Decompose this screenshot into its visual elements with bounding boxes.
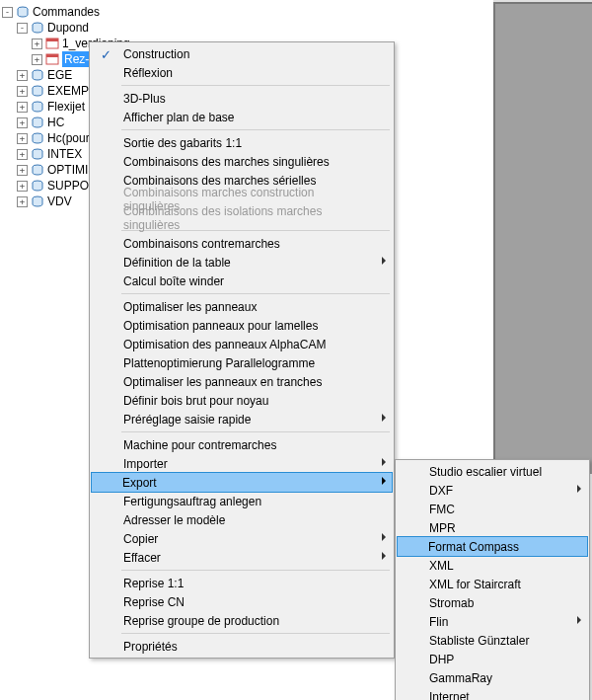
menu-item[interactable]: Combinaisons contremarches [92,234,392,253]
menu-item[interactable]: DHP [398,650,587,668]
expand-icon[interactable]: + [17,149,28,160]
menu-item-label: Importer [123,457,168,471]
menu-item[interactable]: MPR [398,518,587,537]
menu-item[interactable]: FMC [398,500,587,518]
menu-item-label: MPR [429,521,456,535]
chevron-right-icon [577,485,581,493]
database-icon [31,117,44,128]
menu-item[interactable]: Format Compass [397,536,588,557]
svg-rect-5 [46,54,58,57]
export-submenu[interactable]: Studio escalier virtuelDXFFMCMPRFormat C… [395,459,590,700]
menu-item[interactable]: GammaRay [398,668,587,687]
database-icon [16,6,30,18]
menu-item-label: Définir bois brut pour noyau [123,394,268,408]
chevron-right-icon [382,458,386,466]
expand-icon[interactable]: + [17,117,28,128]
collapse-icon[interactable]: - [2,7,13,18]
database-icon [31,148,44,160]
database-icon [31,69,44,81]
menu-item-label: Combinaisons contremarches [123,237,280,251]
menu-item-label: Calcul boîte winder [123,274,224,288]
menu-item[interactable]: Optimaliser les panneaux [92,297,392,316]
menu-item-label: DHP [429,653,454,666]
collapse-icon[interactable]: - [17,23,28,34]
expand-icon[interactable]: + [17,196,28,207]
menu-item-label: Optimaliser les panneaux [123,300,257,314]
menu-item[interactable]: Reprise 1:1 [92,574,392,592]
menu-item[interactable]: Définition de la table [92,253,392,272]
tree-root-label: Commandes [33,4,100,20]
menu-item[interactable]: Flin [398,612,587,631]
menu-item[interactable]: Reprise groupe de production [92,611,392,630]
menu-item-label: GammaRay [429,671,492,685]
menu-item-label: Format Compass [428,540,519,554]
menu-item-label: Effacer [123,551,161,565]
expand-icon[interactable]: + [17,133,28,144]
menu-item-label: Définition de la table [123,256,231,270]
menu-item[interactable]: Export [91,472,393,493]
menu-separator [121,129,390,130]
menu-item-label: Fertigungsauftrag anlegen [123,495,261,508]
chevron-right-icon [577,616,581,624]
menu-item[interactable]: Optimaliser les panneaux en tranches [92,372,392,391]
expand-icon[interactable]: + [32,39,42,49]
menu-item[interactable]: XML for Staircraft [398,575,587,593]
menu-item[interactable]: Définir bois brut pour noyau [92,391,392,410]
menu-item[interactable]: Fertigungsauftrag anlegen [92,492,392,510]
expand-icon[interactable]: + [17,86,28,97]
menu-item-label: Combinaisons des isolations marches sing… [123,204,374,232]
database-icon [31,195,44,207]
page-icon [45,53,59,65]
database-icon [31,164,44,176]
tree-folder-label: EGE [47,67,72,83]
menu-item[interactable]: XML [398,556,587,575]
menu-item[interactable]: Réflexion [92,63,392,82]
menu-item[interactable]: Optimisation panneaux pour lamelles [92,316,392,335]
menu-item-label: 3D-Plus [123,92,166,106]
expand-icon[interactable]: + [17,102,28,113]
menu-item-label: Sortie des gabarits 1:1 [123,136,242,150]
menu-item[interactable]: Combinaisons des marches singulières [92,152,392,171]
menu-item[interactable]: Studio escalier virtuel [398,462,587,481]
menu-item[interactable]: 3D-Plus [92,89,392,108]
menu-item-label: Reprise CN [123,595,185,609]
menu-item[interactable]: Adresser le modèle [92,510,392,529]
menu-separator [121,293,390,294]
menu-item[interactable]: Copier [92,529,392,548]
menu-item-label: XML for Staircraft [429,578,521,591]
menu-item[interactable]: Stabliste Günztaler [398,631,587,650]
menu-item-label: Export [122,476,157,490]
menu-item[interactable]: DXF [398,481,587,500]
expand-icon[interactable]: + [17,181,28,192]
menu-item[interactable]: Préréglage saisie rapide [92,410,392,428]
menu-item[interactable]: Construction✓ [92,44,392,63]
menu-item-label: Reprise 1:1 [123,577,184,590]
menu-item[interactable]: Optimisation des panneaux AlphaCAM [92,335,392,353]
menu-item[interactable]: Calcul boîte winder [92,272,392,290]
expand-icon[interactable]: + [17,70,28,81]
tree-root[interactable]: - Commandes [2,4,130,20]
menu-item[interactable]: Propriétés [92,637,392,656]
context-menu[interactable]: Construction✓Réflexion3D-PlusAfficher pl… [89,41,395,659]
menu-item-label: Stromab [429,596,474,610]
menu-item[interactable]: Reprise CN [92,592,392,611]
menu-item-label: DXF [429,484,453,498]
menu-item-label: XML [429,559,454,573]
chevron-right-icon [382,533,386,541]
menu-item[interactable]: Machine pour contremarches [92,435,392,454]
tree-folder-label: INTEX [47,146,82,162]
menu-item-label: Afficher plan de base [123,111,235,124]
menu-item[interactable]: Plattenoptimierung Parallelogramme [92,353,392,372]
menu-item-label: Copier [123,532,158,546]
menu-item[interactable]: Effacer [92,548,392,567]
tree-folder[interactable]: - Dupond [2,20,130,36]
menu-item[interactable]: Importer [92,454,392,473]
menu-item[interactable]: Stromab [398,593,587,612]
database-icon [31,132,44,144]
expand-icon[interactable]: + [32,54,42,65]
menu-item[interactable]: Internet [398,687,587,700]
menu-item[interactable]: Sortie des gabarits 1:1 [92,133,392,152]
menu-item[interactable]: Afficher plan de base [92,108,392,126]
expand-icon[interactable]: + [17,165,28,176]
check-icon: ✓ [98,46,113,62]
